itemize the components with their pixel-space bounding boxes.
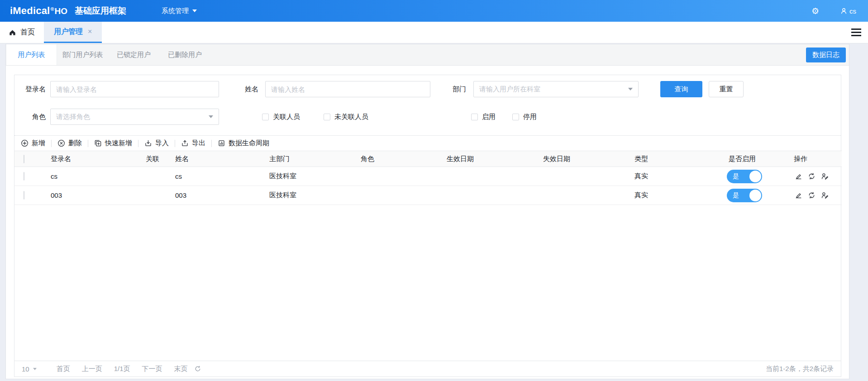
dept-select[interactable]: 请输入用户所在科室: [473, 81, 639, 97]
checkbox-icon: [262, 114, 269, 120]
lifecycle-icon: [218, 139, 225, 147]
associated-label: 关联人员: [273, 113, 300, 121]
registered-mark: ®: [50, 6, 54, 12]
row-checkbox[interactable]: [24, 191, 24, 200]
table-row: 003003医技科室真实 是: [14, 186, 842, 205]
table-header-row: 登录名关联姓名主部门角色生效日期失效日期类型是否启用操作: [14, 151, 842, 167]
column-header-4: 角色: [356, 151, 442, 167]
select-all-checkbox[interactable]: [24, 155, 24, 163]
sync-icon[interactable]: [808, 172, 816, 180]
toolbar-button-1[interactable]: 删除: [52, 139, 88, 148]
user-management-panel: 用户列表部门用户列表已锁定用户已删除用户 数据日志 登录名 姓名 部门 请输入用…: [5, 44, 849, 379]
role-placeholder: 请选择角色: [56, 113, 90, 121]
export-icon: [181, 139, 189, 147]
first-page-link[interactable]: 首页: [57, 365, 70, 373]
table-toolbar: 新增删除快速新增导入导出数据生命周期: [14, 135, 841, 151]
subtab-0[interactable]: 用户列表: [6, 44, 57, 65]
reset-button[interactable]: 重置: [709, 81, 744, 97]
top-navbar: iMedical®HO 基础应用框架 系统管理 ⚙ cs: [0, 0, 868, 22]
user-pen-icon[interactable]: [821, 172, 829, 180]
column-header-8: 是否启用: [724, 151, 789, 167]
search-button[interactable]: 查询: [660, 81, 702, 97]
edit-icon[interactable]: [795, 172, 802, 180]
cell-role: [356, 186, 442, 205]
caret-down-icon: [628, 88, 633, 90]
tab-user-management[interactable]: 用户管理 ×: [44, 22, 102, 43]
prev-page-link[interactable]: 上一页: [82, 365, 102, 373]
menu-system-management[interactable]: 系统管理: [162, 7, 197, 15]
cell-name: 003: [171, 186, 265, 205]
cell-assoc: [141, 167, 171, 186]
subtab-3[interactable]: 已删除用户: [159, 44, 210, 65]
column-header-1: 关联: [141, 151, 171, 167]
cell-login: 003: [46, 186, 141, 205]
role-select[interactable]: 请选择角色: [50, 109, 219, 125]
cell-role: [356, 167, 442, 186]
enabled-checkbox[interactable]: 启用: [471, 113, 496, 121]
cell-actions: [789, 186, 842, 205]
record-summary: 当前1-2条，共2条记录: [766, 365, 834, 373]
column-header-2: 姓名: [171, 151, 265, 167]
sync-icon[interactable]: [808, 191, 816, 199]
user-icon: [840, 7, 848, 15]
home-icon: [9, 29, 16, 36]
next-page-link[interactable]: 下一页: [142, 365, 162, 373]
user-pen-icon[interactable]: [821, 191, 829, 199]
cell-login: cs: [46, 167, 141, 186]
square-plus-icon: [94, 139, 102, 147]
cell-valid-to: [539, 186, 630, 205]
last-page-link[interactable]: 末页: [174, 365, 188, 373]
panel-content: 登录名 姓名 部门 请输入用户所在科室 查询 重置 角色: [6, 66, 849, 379]
column-header-6: 失效日期: [539, 151, 630, 167]
column-header-3: 主部门: [265, 151, 356, 167]
username: cs: [849, 7, 856, 15]
toolbar-button-2[interactable]: 快速新增: [88, 139, 138, 148]
enabled-toggle[interactable]: 是: [727, 189, 762, 202]
toolbar-button-5[interactable]: 数据生命周期: [212, 139, 275, 148]
cell-actions: [789, 167, 842, 186]
app-logo: iMedical®HO: [10, 5, 67, 17]
cross-circle-icon: [57, 139, 65, 147]
name-label: 姓名: [245, 85, 258, 94]
app-title: 基础应用框架: [75, 5, 126, 17]
unassociated-checkbox[interactable]: 未关联人员: [324, 113, 368, 121]
cell-dept: 医技科室: [265, 186, 356, 205]
cell-valid-to: [539, 167, 630, 186]
role-label: 角色: [32, 113, 46, 121]
refresh-icon[interactable]: [194, 365, 201, 372]
subtab-2[interactable]: 已锁定用户: [108, 44, 159, 65]
page-size-select[interactable]: 10: [22, 365, 37, 373]
page-background: 用户列表部门用户列表已锁定用户已删除用户 数据日志 登录名 姓名 部门 请输入用…: [0, 43, 868, 381]
subtab-1[interactable]: 部门用户列表: [57, 44, 108, 65]
row-checkbox[interactable]: [24, 172, 24, 181]
associated-checkbox[interactable]: 关联人员: [262, 113, 300, 121]
column-header-7: 类型: [630, 151, 724, 167]
column-header-9: 操作: [789, 151, 842, 167]
caret-down-icon: [192, 10, 197, 12]
login-label: 登录名: [24, 85, 46, 94]
close-icon[interactable]: ×: [88, 28, 92, 36]
page-info: 1/1页: [114, 365, 130, 373]
data-log-button[interactable]: 数据日志: [806, 48, 846, 62]
toolbar-button-0[interactable]: 新增: [21, 139, 51, 148]
dept-placeholder: 请输入用户所在科室: [479, 85, 540, 94]
cell-name: cs: [171, 167, 265, 186]
cell-valid-from: [442, 167, 539, 186]
login-input[interactable]: [50, 81, 219, 97]
toolbar-button-3[interactable]: 导入: [138, 139, 175, 148]
enabled-toggle[interactable]: 是: [727, 170, 762, 183]
enabled-label: 启用: [482, 113, 496, 121]
home-tab[interactable]: 首页: [0, 22, 44, 43]
disabled-label: 停用: [523, 113, 537, 121]
gear-icon[interactable]: ⚙: [811, 7, 819, 15]
table-empty-area: [14, 205, 841, 361]
toolbar-button-4[interactable]: 导出: [175, 139, 211, 148]
name-input[interactable]: [265, 81, 430, 97]
cell-type: 真实: [630, 186, 724, 205]
filter-area: 登录名 姓名 部门 请输入用户所在科室 查询 重置 角色: [14, 75, 841, 135]
edit-icon[interactable]: [795, 191, 802, 199]
cell-dept: 医技科室: [265, 167, 356, 186]
user-menu[interactable]: cs: [840, 7, 856, 15]
disabled-checkbox[interactable]: 停用: [512, 113, 537, 121]
hamburger-menu-icon[interactable]: [851, 29, 861, 36]
